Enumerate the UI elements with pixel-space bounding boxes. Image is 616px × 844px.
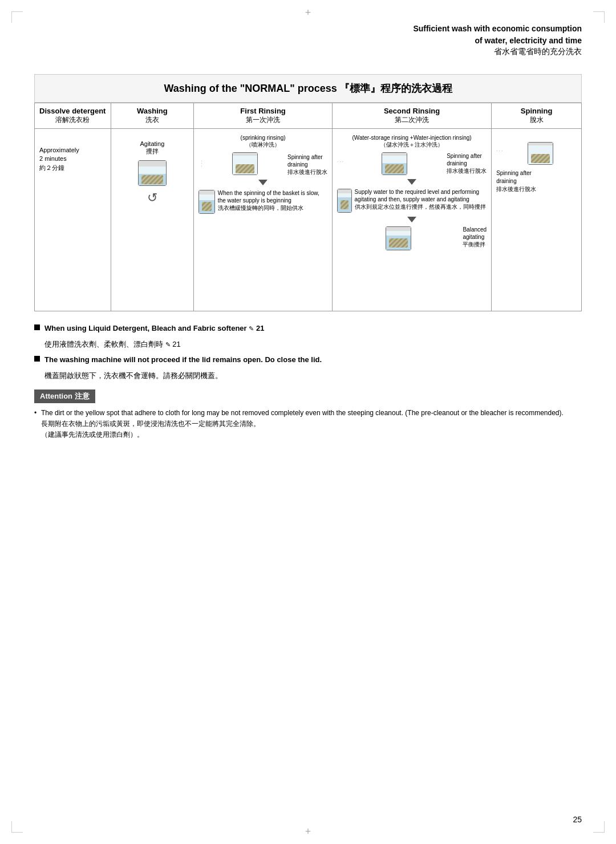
agitating-cn: 攪拌 xyxy=(146,148,159,155)
approx-cn: 約２分鐘 xyxy=(39,164,106,172)
washing-label-cn: 洗衣 xyxy=(116,115,189,125)
sr-spinning-en: Spinning after xyxy=(447,153,482,159)
washer-second-rinse2 xyxy=(337,189,352,213)
note2-en: The washing machine will not proceed if … xyxy=(44,355,322,364)
attention-cn: 注意 xyxy=(75,392,90,400)
header-title-cn: 省水省電省時的充分洗衣 xyxy=(34,47,582,57)
attention-content: • The dirt or the yellow spot that adher… xyxy=(34,408,582,441)
attention-bullet-text: The dirt or the yellow spot that adhere … xyxy=(41,408,564,441)
corner-mark-bl xyxy=(11,821,23,833)
note2-cn: 機蓋開啟狀態下，洗衣機不會運轉。請務必關閉機蓋。 xyxy=(44,370,582,382)
main-title-cn: 『標準』程序的洗衣過程 xyxy=(339,83,452,94)
table-header-row: Dissolve detergent 溶解洗衣粉 Washing 洗衣 Firs… xyxy=(35,103,582,129)
sp-spinning-en: Spinning after xyxy=(496,170,532,176)
washer-body-fr2 xyxy=(199,194,214,213)
arrow-down-fr xyxy=(258,180,268,185)
washer-clothes xyxy=(141,175,163,184)
dissolve-label-cn: 溶解洗衣粉 xyxy=(39,115,106,125)
agitating-en: Agitating xyxy=(140,140,164,147)
first-rinsing-inner: (sprinking rinsing) （噴淋沖洗） · · · xyxy=(198,135,327,216)
arrow-down-sr1 xyxy=(407,179,416,185)
note1-cn-text: 使用液體洗衣劑、柔軟劑、漂白劑時 xyxy=(44,340,163,348)
washer-first-rinse xyxy=(232,152,258,175)
first-rinsing-content: (sprinking rinsing) （噴淋沖洗） · · · xyxy=(194,129,333,311)
approx-num: 2 minutes xyxy=(39,155,106,163)
first-rinsing-label-en: First Rinsing xyxy=(198,107,327,115)
washer-spinning xyxy=(528,142,553,165)
arrow-down-sr2 xyxy=(407,217,416,222)
washer-clothes-fr2 xyxy=(202,202,212,211)
washer-second-rinse1 xyxy=(382,152,407,175)
col-header-washing: Washing 洗衣 xyxy=(111,103,194,129)
washer-clothes-sp xyxy=(531,154,550,163)
washer-body-sr3 xyxy=(386,231,411,250)
note-bullet-1 xyxy=(34,324,40,330)
balanced-cn: 平衡攪拌 xyxy=(463,241,485,247)
main-title-en: Washing of the "NORMAL" process xyxy=(164,83,337,94)
spinning-inner: · · · Spinning after draining 排水後進行脫水 xyxy=(496,140,577,193)
col-header-second-rinsing: Second Rinsing 第二次沖洗 xyxy=(332,103,491,129)
note2-cn-text: 機蓋開啟狀態下，洗衣機不會運轉。請務必關閉機蓋。 xyxy=(44,371,222,380)
note1-icon: ✎ xyxy=(249,325,254,332)
note-bullet-2 xyxy=(34,356,40,362)
note-item-2: The washing machine will not proceed if … xyxy=(34,354,582,366)
spinning-after-drain-en2: draining xyxy=(287,161,308,168)
attention-header: Attention 注意 xyxy=(34,389,582,408)
washer-second-rinse3 xyxy=(386,226,411,250)
sprinkling-cn: （噴淋沖洗） xyxy=(246,141,280,148)
attention-bullet-1: • The dirt or the yellow spot that adher… xyxy=(34,408,582,441)
dissolve-label-en: Dissolve detergent xyxy=(39,107,106,115)
second-rinsing-inner: (Water-storage rinsing +Water-injection … xyxy=(337,135,487,252)
process-table: Dissolve detergent 溶解洗衣粉 Washing 洗衣 Firs… xyxy=(34,103,582,311)
washer-body-fr xyxy=(233,156,257,175)
attention-dot: • xyxy=(34,408,41,419)
note1-cn: 使用液體洗衣劑、柔軟劑、漂白劑時 ✎ 21 xyxy=(44,339,582,350)
center-cross-top: + xyxy=(305,7,311,18)
sprinkling-en: (sprinking rinsing) xyxy=(241,135,286,141)
washing-inner: Agitating 攪拌 ↺ xyxy=(116,135,189,205)
supply-water-en: Supply water to the required level and p… xyxy=(355,189,479,202)
water-storage-cn: （儲水沖洗＋注水沖洗） xyxy=(380,141,443,148)
note1-ref: 21 xyxy=(256,324,264,332)
water-storage-en: (Water-storage rinsing +Water-injection … xyxy=(352,135,472,141)
attention-box: Attention 注意 • The dirt or the yellow sp… xyxy=(34,389,582,441)
spinning-after-drain-cn: 排水後進行脫水 xyxy=(287,169,327,175)
note-text-1: When using Liquid Detergent, Bleach and … xyxy=(44,323,264,334)
approx-text: Approximately 2 minutes 約２分鐘 xyxy=(39,146,106,172)
corner-mark-br xyxy=(593,821,605,833)
spinning-content: · · · Spinning after draining 排水後進行脫水 xyxy=(492,129,582,311)
corner-mark-tl xyxy=(11,11,23,23)
washer-body-sp xyxy=(528,145,553,164)
notes-section: When using Liquid Detergent, Bleach and … xyxy=(34,323,582,381)
table-content-row: Approximately 2 minutes 約２分鐘 Agitating 攪… xyxy=(35,129,582,311)
second-rinsing-content: (Water-storage rinsing +Water-injection … xyxy=(332,129,491,311)
washer-body-sr2 xyxy=(338,193,351,212)
washing-content: Agitating 攪拌 ↺ xyxy=(111,129,194,311)
corner-mark-tr xyxy=(593,11,605,23)
spinning-label-en: Spinning xyxy=(496,107,577,115)
second-rinsing-label-cn: 第二次沖洗 xyxy=(337,115,487,125)
header-title-line2: of water, electricity and time xyxy=(34,35,582,47)
header-section: Sufficient wash with economic consumptio… xyxy=(34,23,582,57)
supply-water-cn: 供水到規定水位並進行攪拌，然後再進水，同時攪拌 xyxy=(355,204,486,210)
washer-clothes-fr xyxy=(236,164,254,173)
note1-en: When using Liquid Detergent, Bleach and … xyxy=(44,324,247,332)
col-header-dissolve: Dissolve detergent 溶解洗衣粉 xyxy=(35,103,111,129)
approx-en: Approximately xyxy=(39,146,106,155)
washer-clothes-sr1 xyxy=(385,164,404,173)
sr-spinning-cn: 排水後進行脫水 xyxy=(447,168,487,174)
col-header-spinning: Spinning 脫水 xyxy=(492,103,582,129)
washer-clothes-sr2 xyxy=(341,200,348,209)
spinning-after-drain-en: Spinning after xyxy=(287,154,323,160)
washer-body xyxy=(139,167,166,185)
balanced-en2: agitating xyxy=(463,234,484,240)
dissolve-content: Approximately 2 minutes 約２分鐘 xyxy=(35,129,111,311)
attention-en-text: The dirt or the yellow spot that adhere … xyxy=(41,409,564,417)
washer-body-sr1 xyxy=(382,156,407,175)
page-number: 25 xyxy=(573,815,582,824)
note-item-1: When using Liquid Detergent, Bleach and … xyxy=(34,323,582,334)
when-text-en: When the spinning of the basket is slow,… xyxy=(218,190,319,204)
first-rinsing-label-cn: 第一次沖洗 xyxy=(198,115,327,125)
sr-spinning-en2: draining xyxy=(447,160,467,167)
when-text-cn: 洗衣槽緩慢旋轉的同時，開始供水 xyxy=(218,205,303,211)
